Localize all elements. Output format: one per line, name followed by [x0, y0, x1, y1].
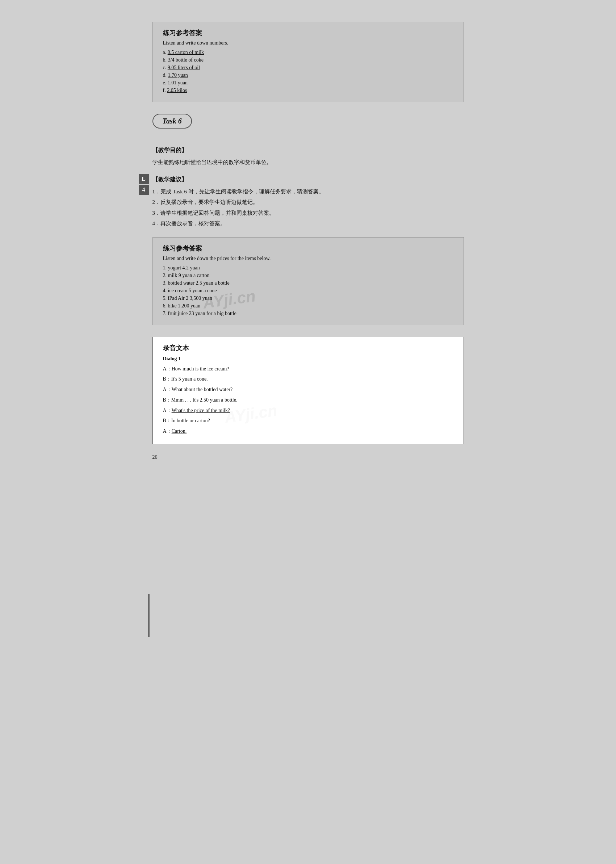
teaching-goal-header: 【教学目的】: [152, 147, 464, 154]
list-item: 2. milk 9 yuan a carton: [163, 273, 453, 278]
item-num: 1.: [163, 265, 168, 270]
dialog-line-1: A：How much is the ice cream?: [163, 364, 453, 373]
sidebar-label: L 4: [139, 174, 149, 195]
dialog-line-7: A：Carton.: [163, 427, 453, 436]
answer-list-1: a. 0.5 carton of milk b. 3/4 bottle of c…: [163, 50, 453, 93]
item-text: ice cream 5 yuan a cone: [168, 288, 217, 293]
list-item: a. 0.5 carton of milk: [163, 50, 453, 55]
speaker: A：: [163, 387, 172, 392]
item-text: milk 9 yuan a carton: [168, 273, 210, 278]
item-label: a.: [163, 50, 168, 55]
list-item: b. 3/4 bottle of coke: [163, 57, 453, 63]
dialog-line-3: A：What about the bottled water?: [163, 385, 453, 394]
list-item: e. 1.01 yuan: [163, 80, 453, 86]
item-num: 3.: [163, 280, 168, 286]
dialog-title: Dialog 1: [163, 356, 453, 362]
advice-item: 3．请学生根据笔记回答问题，并和同桌核对答案。: [152, 209, 464, 218]
advice-item: 4．再次播放录音，核对答案。: [152, 219, 464, 228]
speaker: A：: [163, 408, 172, 413]
advice-item: 2．反复播放录音，要求学生边听边做笔记。: [152, 198, 464, 207]
item-text: bottled water 2.5 yuan a bottle: [168, 280, 229, 286]
answer-box-2-title: 练习参考答案: [163, 244, 453, 253]
dialog-line-5: A：What's the price of the milk? AYji.cn: [163, 406, 453, 415]
line-text: What about the bottled water?: [172, 387, 233, 392]
teaching-advice-list: 1．完成 Task 6 时，先让学生阅读教学指令，理解任务要求，猜测答案。 2．…: [152, 187, 464, 228]
speaker: A：: [163, 366, 172, 372]
dialog-line-4: B：Mmm . . . It's 2.50 yuan a bottle.: [163, 396, 453, 404]
list-item: c. 9.05 liters of oil: [163, 65, 453, 71]
advice-item: 1．完成 Task 6 时，先让学生阅读教学指令，理解任务要求，猜测答案。: [152, 187, 464, 196]
list-item: 7. fruit juice 23 yuan for a big bottle: [163, 311, 453, 316]
answer-box-1-instruction: Listen and write down numbers.: [163, 40, 453, 46]
speaker: B：: [163, 397, 171, 403]
item-num: 6.: [163, 303, 168, 308]
item-text: bike 1,200 yuan: [168, 303, 201, 308]
sidebar-number: 4: [139, 185, 149, 195]
sidebar-letter: L: [139, 174, 149, 184]
page: L 4 练习参考答案 Listen and write down numbers…: [152, 22, 464, 842]
list-item: 6. bike 1,200 yuan: [163, 303, 453, 309]
line-text: What's the price of the milk?: [172, 408, 230, 413]
line-text: It's 5 yuan a cone.: [171, 376, 208, 382]
answer-box-2-instruction: Listen and write down the prices for the…: [163, 256, 453, 261]
list-item: 3. bottled water 2.5 yuan a bottle: [163, 280, 453, 286]
item-label: e.: [163, 80, 168, 85]
item-num: 2.: [163, 273, 168, 278]
left-accent-bar: [148, 594, 149, 637]
teaching-goal-content: 学生能熟练地听懂恰当语境中的数字和货币单位。: [152, 158, 464, 167]
answer-list-2: 1. yogurt 4.2 yuan 2. milk 9 yuan a cart…: [163, 265, 453, 316]
item-text: 1.01 yuan: [168, 80, 188, 85]
item-text: 3/4 bottle of coke: [168, 57, 204, 63]
line-text: Carton.: [172, 428, 187, 434]
item-text: 9.05 liters of oil: [168, 65, 200, 70]
list-item: 1. yogurt 4.2 yuan: [163, 265, 453, 271]
task-badge-container: Task 6: [152, 114, 464, 139]
line-text: Mmm . . . It's 2.50 yuan a bottle.: [171, 397, 237, 403]
item-label: f.: [163, 88, 167, 93]
item-label: b.: [163, 57, 168, 63]
dialog-line-6: B：In bottle or carton?: [163, 416, 453, 425]
teaching-advice-header: 【教学建议】: [152, 176, 464, 184]
item-label: c.: [163, 65, 168, 70]
answer-box-2: 练习参考答案 Listen and write down the prices …: [152, 237, 464, 325]
list-item: d. 1.70 yuan: [163, 72, 453, 78]
answer-box-1: 练习参考答案 Listen and write down numbers. a.…: [152, 22, 464, 102]
item-num: 5.: [163, 295, 168, 301]
audio-box-title: 录音文本: [163, 344, 453, 352]
item-num: 7.: [163, 311, 168, 316]
speaker: B：: [163, 376, 171, 382]
list-item: 4. ice cream 5 yuan a cone: [163, 288, 453, 294]
item-text: iPad Air 2 3,500 yuan: [168, 295, 212, 301]
teaching-advice-content: 1．完成 Task 6 时，先让学生阅读教学指令，理解任务要求，猜测答案。 2．…: [152, 187, 464, 228]
item-text: 1.70 yuan: [168, 72, 188, 78]
audio-box: 录音文本 Dialog 1 A：How much is the ice crea…: [152, 337, 464, 445]
answer-box-1-title: 练习参考答案: [163, 28, 453, 37]
line-text: How much is the ice cream?: [172, 366, 229, 372]
item-text: fruit juice 23 yuan for a big bottle: [168, 311, 236, 316]
line-text: In bottle or carton?: [171, 418, 210, 423]
speaker: B：: [163, 418, 171, 423]
item-text: 2.05 kilos: [167, 88, 187, 93]
list-item: f. 2.05 kilos: [163, 88, 453, 93]
task-badge: Task 6: [152, 114, 192, 129]
speaker: A：: [163, 428, 172, 434]
page-number: 26: [152, 454, 464, 460]
item-text: yogurt 4.2 yuan: [168, 265, 200, 270]
list-item: 5. iPad Air 2 3,500 yuan AYji.cn: [163, 295, 453, 301]
item-num: 4.: [163, 288, 168, 293]
item-label: d.: [163, 72, 168, 78]
item-text: 0.5 carton of milk: [168, 50, 204, 55]
dialog-line-2: B：It's 5 yuan a cone.: [163, 375, 453, 383]
